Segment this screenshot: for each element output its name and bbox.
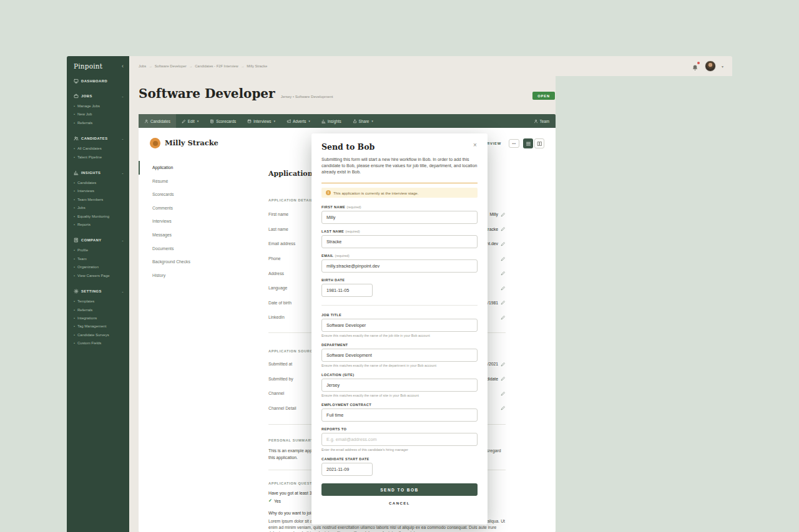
form-field-birth-date: BIRTH DATE [321, 278, 478, 297]
field-label: LAST NAME [321, 230, 344, 233]
user-avatar[interactable] [705, 60, 716, 72]
tab-team[interactable]: Team [528, 114, 556, 128]
collapse-section-icon[interactable]: - [122, 171, 124, 175]
tab-candidates[interactable]: Candidates [139, 114, 176, 128]
sidebar-item-company[interactable]: COMPANY - [67, 236, 129, 244]
tab-interviews[interactable]: Interviews ▾ [242, 114, 281, 128]
sidebar-item-reports[interactable]: Reports [67, 221, 129, 229]
check-icon: ✓ [268, 498, 272, 503]
sidebar-item-equality-monitoring[interactable]: Equality Monitoring [67, 213, 129, 221]
edit-pencil-icon[interactable] [501, 271, 506, 276]
sidebar-item-profile[interactable]: Profile [67, 246, 129, 254]
department-input[interactable] [321, 349, 478, 362]
edit-pencil-icon[interactable] [501, 241, 506, 246]
board-view-toggle[interactable] [534, 138, 544, 148]
sidebar-item-manage-jobs[interactable]: Manage Jobs [67, 102, 129, 110]
tab-label: Candidates [150, 119, 170, 123]
pencil-icon [182, 119, 186, 123]
sidebar-item-all-candidates[interactable]: All Candidates [67, 145, 129, 153]
pinpoint-logo: Pinpoint [74, 62, 102, 70]
tab-share[interactable]: Share ▾ [347, 114, 379, 128]
sidebar-item-insights-interviews[interactable]: Interviews [67, 187, 129, 195]
form-field-employment-contract: EMPLOYMENT CONTRACT [321, 403, 478, 422]
subnav-item-background-checks[interactable]: Background Checks [139, 255, 238, 269]
list-view-toggle[interactable] [523, 138, 533, 148]
sidebar-item-view-careers-page[interactable]: View Careers Page [67, 272, 129, 280]
collapse-section-icon[interactable]: - [122, 238, 124, 243]
tab-scorecards[interactable]: Scorecards [204, 114, 242, 128]
sidebar-item-settings[interactable]: SETTINGS - [67, 288, 129, 295]
subnav-item-messages[interactable]: Messages [139, 228, 238, 242]
sidebar-item-dashboard[interactable]: DASHBOARD [67, 77, 129, 85]
collapse-section-icon[interactable]: - [122, 289, 124, 294]
edit-pencil-icon[interactable] [501, 376, 506, 381]
email-input[interactable] [321, 259, 478, 273]
subnav-item-resume[interactable]: Résumé [139, 175, 238, 188]
tab-adverts[interactable]: Adverts ▾ [281, 114, 316, 128]
subnav-item-comments[interactable]: Comments [139, 201, 238, 215]
edit-pencil-icon[interactable] [501, 315, 506, 320]
edit-pencil-icon[interactable] [501, 256, 506, 261]
job-tabbar: Candidates Edit ▾ Scorecards Interviews … [139, 114, 556, 128]
sidebar-item-jobs[interactable]: JOBS - [67, 92, 129, 100]
collapse-sidebar-icon[interactable]: ‹ [122, 64, 124, 69]
subnav-item-history[interactable]: History [139, 269, 238, 283]
edit-pencil-icon[interactable] [501, 405, 506, 410]
sidebar-item-insights-jobs[interactable]: Jobs [67, 204, 129, 212]
subnav-item-interviews[interactable]: Interviews [139, 215, 238, 228]
sidebar-item-talent-pipeline[interactable]: Talent Pipeline [67, 153, 129, 162]
sidebar-item-integrations[interactable]: Integrations [67, 314, 129, 322]
location-site-input[interactable] [321, 379, 478, 392]
breadcrumb-job[interactable]: Software Developer [155, 64, 187, 68]
chevron-down-icon[interactable]: ▾ [722, 64, 723, 69]
sidebar-item-custom-fields[interactable]: Custom Fields [67, 339, 129, 347]
field-label: EMAIL [321, 254, 333, 258]
tab-edit[interactable]: Edit ▾ [176, 114, 204, 128]
field-label: FIRST NAME [321, 205, 345, 209]
form-field-department: DEPARTMENT Ensure this matches exactly t… [321, 343, 478, 367]
first-name-input[interactable] [321, 211, 478, 224]
sidebar-item-referrals[interactable]: Referrals [67, 119, 129, 127]
edit-pencil-icon[interactable] [501, 300, 506, 305]
breadcrumb-stage[interactable]: Candidates - F2F Interview [195, 64, 238, 68]
subnav-item-documents[interactable]: Documents [139, 242, 238, 256]
subnav-item-application[interactable]: Application [139, 161, 238, 175]
edit-pencil-icon[interactable] [501, 391, 506, 396]
edit-pencil-icon[interactable] [501, 212, 506, 217]
sidebar-item-candidates[interactable]: CANDIDATES - [67, 135, 129, 142]
sidebar-item-templates[interactable]: Templates [67, 297, 129, 306]
last-name-input[interactable] [321, 235, 478, 248]
sidebar-item-team[interactable]: Team [67, 255, 129, 263]
edit-pencil-icon[interactable] [501, 286, 506, 291]
breadcrumb-candidate[interactable]: Milly Stracke [247, 64, 267, 68]
job-title-input[interactable] [321, 319, 478, 332]
sidebar-item-settings-referrals[interactable]: Referrals [67, 306, 129, 314]
sidebar-item-organization[interactable]: Organization [67, 263, 129, 271]
edit-pencil-icon[interactable] [501, 226, 506, 231]
sidebar-item-new-job[interactable]: New Job [67, 110, 129, 118]
cancel-button[interactable]: CANCEL [321, 501, 478, 505]
sidebar-item-team-members[interactable]: Team Members [67, 196, 129, 204]
tab-insights[interactable]: Insights [316, 114, 347, 128]
sidebar-section-insights: INSIGHTS - Candidates Interviews Team Me… [67, 169, 129, 229]
sidebar-item-tag-management[interactable]: Tag Management [67, 322, 129, 331]
send-to-bob-button[interactable]: SEND TO BOB [321, 483, 478, 496]
sidebar-item-insights-candidates[interactable]: Candidates [67, 179, 129, 187]
employment-contract-input[interactable] [321, 409, 478, 422]
more-actions-button[interactable]: ••• [509, 139, 519, 148]
reports-to-input[interactable] [321, 433, 478, 446]
close-icon[interactable]: × [471, 141, 479, 148]
subnav-item-scorecards[interactable]: Scorecards [139, 188, 238, 201]
sidebar-section-dashboard: DASHBOARD [67, 77, 129, 85]
edit-pencil-icon[interactable] [501, 362, 506, 367]
breadcrumb-jobs[interactable]: Jobs [139, 64, 146, 68]
sidebar-item-insights[interactable]: INSIGHTS - [67, 169, 129, 177]
collapse-section-icon[interactable]: - [122, 137, 124, 141]
candidate-start-date-input[interactable] [321, 463, 373, 476]
birth-date-input[interactable] [321, 284, 373, 297]
field-helper: Ensure this matches exactly the name of … [321, 364, 478, 367]
notifications-bell-icon[interactable] [692, 62, 699, 70]
collapse-section-icon[interactable]: - [122, 94, 124, 99]
field-label: First name [268, 212, 288, 216]
sidebar-item-candidate-surveys[interactable]: Candidate Surveys [67, 331, 129, 339]
